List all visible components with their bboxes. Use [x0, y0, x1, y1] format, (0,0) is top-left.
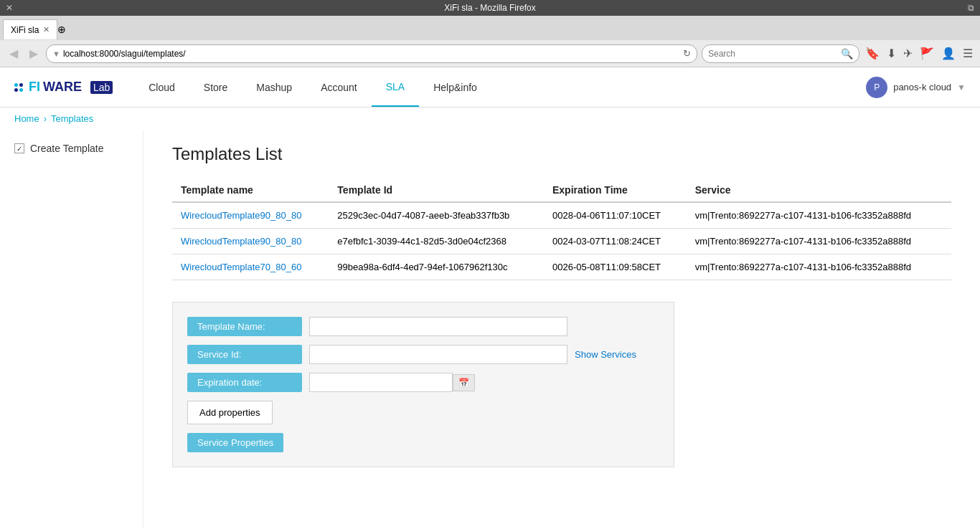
logo: FIWARE Lab	[14, 80, 113, 95]
template-name-row: Template Name:	[187, 317, 659, 336]
url-bar[interactable]	[63, 49, 683, 59]
share-icon[interactable]: ✈	[902, 45, 914, 62]
cell-template-name: WirecloudTemplate90_80_80	[172, 202, 329, 229]
close-icon[interactable]: ✕	[6, 3, 13, 13]
nav-mashup[interactable]: Mashup	[242, 69, 306, 106]
nav-account[interactable]: Account	[306, 69, 372, 106]
table-row: WirecloudTemplate90_80_80 2529c3ec-04d7-…	[172, 202, 951, 229]
logo-ware: WARE	[43, 80, 82, 95]
nav-store[interactable]: Store	[189, 69, 242, 106]
restore-icon[interactable]: ⧉	[968, 3, 974, 13]
sidebar: ✓ Create Template	[0, 130, 143, 529]
template-name-link[interactable]: WirecloudTemplate90_80_80	[181, 210, 301, 221]
date-wrapper: 📅	[309, 373, 475, 392]
expiration-date-label: Expiration date:	[187, 373, 302, 392]
breadcrumb: Home › Templates	[0, 108, 980, 130]
browser-titlebar: ✕ XiFi sla - Mozilla Firefox ⧉	[0, 0, 980, 16]
logo-dot-1	[14, 83, 18, 87]
service-id-label: Service Id:	[187, 345, 302, 364]
user-icon[interactable]: 👤	[940, 45, 957, 62]
nav-sla[interactable]: SLA	[372, 68, 419, 107]
col-template-name: Template name	[172, 178, 329, 202]
menu-icon[interactable]: ☰	[961, 45, 974, 62]
browser-icons: 🔖 ⬇ ✈ 🚩 👤 ☰	[864, 45, 974, 62]
url-bar-wrapper: ▼ ↻	[46, 44, 697, 63]
nav-cloud[interactable]: Cloud	[134, 69, 189, 106]
cell-template-id: 99bea98a-6df4-4ed7-94ef-1067962f130c	[329, 254, 544, 280]
app-header: FIWARE Lab Cloud Store Mashup Account SL…	[0, 67, 980, 108]
cell-service: vm|Trento:8692277a-c107-4131-b106-fc3352…	[687, 254, 951, 280]
show-services-link[interactable]: Show Services	[575, 349, 636, 360]
expiration-date-row: Expiration date: 📅	[187, 373, 659, 392]
templates-table: Template name Template Id Expiration Tim…	[172, 178, 951, 280]
table-row: WirecloudTemplate90_80_80 e7efbfc1-3039-…	[172, 229, 951, 254]
table-row: WirecloudTemplate70_80_60 99bea98a-6df4-…	[172, 254, 951, 280]
cell-template-id: e7efbfc1-3039-44c1-82d5-3d0e04cf2368	[329, 229, 544, 254]
service-id-row: Service Id: Show Services	[187, 345, 659, 364]
flag-icon[interactable]: 🚩	[918, 45, 936, 62]
tab-close-icon[interactable]: ✕	[43, 25, 50, 34]
new-tab-icon[interactable]: ⊕	[57, 24, 66, 35]
page-title: Templates List	[172, 144, 951, 164]
col-service: Service	[687, 178, 951, 202]
url-dropdown-icon[interactable]: ▼	[52, 49, 60, 58]
service-properties-label: Service Properties	[187, 433, 283, 452]
tab-label: XiFi sla	[11, 25, 39, 35]
search-bar-wrapper: 🔍	[702, 44, 859, 63]
breadcrumb-sep: ›	[44, 113, 47, 124]
bookmark-icon[interactable]: 🔖	[864, 45, 881, 62]
download-icon[interactable]: ⬇	[885, 45, 897, 62]
nav-helpinfo[interactable]: Help&info	[419, 69, 491, 106]
add-properties-button[interactable]: Add properties	[187, 401, 273, 424]
active-tab[interactable]: XiFi sla ✕	[3, 19, 57, 39]
logo-dot-2	[19, 83, 23, 87]
refresh-icon[interactable]: ↻	[683, 48, 691, 59]
template-name-input[interactable]	[309, 317, 567, 336]
breadcrumb-home[interactable]: Home	[14, 113, 39, 124]
breadcrumb-current: Templates	[51, 113, 93, 124]
cell-expiration: 0026-05-08T11:09:58CET	[544, 254, 687, 280]
main-content: Templates List Template name Template Id…	[143, 130, 980, 529]
cell-template-id: 2529c3ec-04d7-4087-aeeb-3feab337fb3b	[329, 202, 544, 229]
layout: ✓ Create Template Templates List Templat…	[0, 130, 980, 529]
create-template-form: Template Name: Service Id: Show Services…	[172, 302, 674, 467]
service-id-input[interactable]	[309, 345, 567, 364]
search-icon: 🔍	[841, 48, 853, 59]
back-button[interactable]: ◀	[6, 45, 22, 62]
create-template-checkbox[interactable]: ✓	[14, 143, 24, 153]
col-template-id: Template Id	[329, 178, 544, 202]
cell-expiration: 0028-04-06T11:07:10CET	[544, 202, 687, 229]
browser-toolbar: ◀ ▶ ▼ ↻ 🔍 🔖 ⬇ ✈ 🚩 👤 ☰	[0, 40, 980, 67]
cell-expiration: 0024-03-07T11:08:24CET	[544, 229, 687, 254]
sidebar-item-create-template[interactable]: ✓ Create Template	[0, 137, 143, 160]
template-name-link[interactable]: WirecloudTemplate90_80_80	[181, 236, 301, 247]
main-nav: Cloud Store Mashup Account SLA Help&info	[134, 68, 866, 107]
user-name: panos-k cloud	[893, 82, 951, 92]
col-expiration-time: Expiration Time	[544, 178, 687, 202]
cell-service: vm|Trento:8692277a-c107-4131-b106-fc3352…	[687, 229, 951, 254]
logo-dot-3	[14, 88, 18, 92]
cell-service: vm|Trento:8692277a-c107-4131-b106-fc3352…	[687, 202, 951, 229]
template-name-link[interactable]: WirecloudTemplate70_80_60	[181, 262, 301, 272]
browser-tabbar: XiFi sla ✕ ⊕	[0, 16, 980, 40]
create-template-label: Create Template	[30, 143, 103, 154]
template-name-label: Template Name:	[187, 317, 302, 336]
logo-dots	[14, 83, 23, 92]
cell-template-name: WirecloudTemplate90_80_80	[172, 229, 329, 254]
logo-dot-4	[19, 88, 23, 92]
header-right: P panos-k cloud ▼	[866, 77, 966, 98]
forward-button[interactable]: ▶	[26, 45, 42, 62]
search-input[interactable]	[708, 49, 841, 59]
logo-fi: FI	[29, 80, 40, 95]
window-title: XiFi sla - Mozilla Firefox	[444, 3, 535, 13]
avatar: P	[866, 77, 887, 98]
calendar-button[interactable]: 📅	[453, 374, 475, 391]
expiration-date-input[interactable]	[309, 373, 453, 392]
user-dropdown-icon[interactable]: ▼	[957, 82, 966, 92]
cell-template-name: WirecloudTemplate70_80_60	[172, 254, 329, 280]
logo-lab: Lab	[90, 81, 113, 94]
